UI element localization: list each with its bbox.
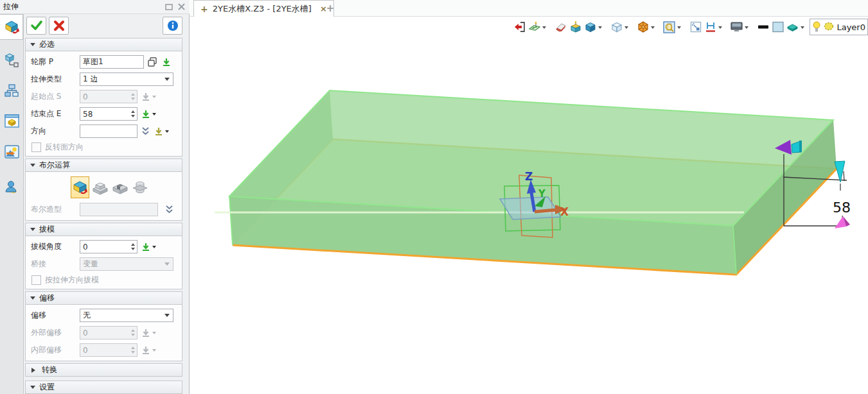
boolean-add-icon xyxy=(92,179,109,196)
user-icon xyxy=(4,178,20,196)
face-pull-icon[interactable] xyxy=(569,21,582,34)
inner-offset-label: 内部偏移 xyxy=(26,345,80,355)
offset-dropdown[interactable]: 无 xyxy=(80,309,173,322)
start-point-label: 起始点 S xyxy=(26,91,80,102)
sidebar-tab-view[interactable] xyxy=(0,109,23,135)
copy-profile-button[interactable] xyxy=(147,56,158,67)
chevron-down-icon xyxy=(164,78,170,83)
boolean-add-button[interactable] xyxy=(91,176,109,198)
x-axis-label: X xyxy=(560,205,569,218)
dimension-style-icon[interactable] xyxy=(704,21,717,34)
viewport[interactable]: Z Y X 58 xyxy=(190,17,868,394)
draft-by-direction-label: 按拉伸方向拔模 xyxy=(45,275,99,286)
section-title: 转换 xyxy=(42,364,57,375)
start-point-input xyxy=(80,90,137,103)
section-boolean-header[interactable]: 布尔运算 xyxy=(25,158,182,172)
shaded-cube-icon[interactable] xyxy=(583,21,597,34)
profile-row: 轮廓 P xyxy=(26,53,179,71)
spinner-icon[interactable] xyxy=(131,243,137,250)
chevron-down-icon[interactable] xyxy=(651,26,655,31)
chevron-down-icon[interactable] xyxy=(598,26,602,31)
direction-pick-button[interactable] xyxy=(154,126,164,137)
datum-plane-icon[interactable] xyxy=(527,21,541,34)
sidebar-tab-render[interactable] xyxy=(0,140,23,166)
zoom-scene-icon[interactable] xyxy=(662,21,676,34)
chevron-down-icon[interactable] xyxy=(745,26,748,31)
spinner-icon[interactable] xyxy=(131,110,137,117)
sidebar-tab-extrude[interactable] xyxy=(0,14,23,40)
expand-options-button[interactable] xyxy=(164,205,174,214)
section-wheel-icon[interactable] xyxy=(636,21,650,34)
extrude-type-dropdown[interactable]: 1 边 xyxy=(80,73,173,86)
boolean-remove-button[interactable] xyxy=(111,176,129,198)
chevron-down-icon[interactable] xyxy=(152,113,156,117)
chevron-down-icon[interactable] xyxy=(165,130,169,135)
exit-icon[interactable] xyxy=(513,21,526,34)
end-point-input[interactable] xyxy=(80,107,137,121)
section-settings-header[interactable]: 设置 xyxy=(25,381,182,394)
ok-button[interactable] xyxy=(26,17,46,35)
monitor-icon[interactable] xyxy=(730,21,743,34)
draft-angle-input[interactable] xyxy=(80,240,137,253)
section-title: 拔模 xyxy=(39,224,55,235)
y-axis-label: Y xyxy=(538,188,546,200)
spinner-icon xyxy=(131,93,137,100)
chevron-down-icon[interactable] xyxy=(542,26,546,31)
chevron-down-icon[interactable] xyxy=(801,26,804,31)
expand-options-button[interactable] xyxy=(141,126,150,136)
info-button[interactable] xyxy=(163,17,182,35)
extrude-command-icon xyxy=(3,18,20,37)
end-point-row: 结束点 E xyxy=(26,105,179,123)
section-required-header[interactable]: 必选 xyxy=(25,38,182,51)
profile-label: 轮廓 P xyxy=(26,56,80,67)
document-tab[interactable]: + 2YE水槽X.Z3 - [2YE水槽] × xyxy=(193,0,334,17)
panel-restore-icon[interactable] xyxy=(165,3,173,10)
sidebar-tab-user[interactable] xyxy=(0,175,23,200)
sidebar-tab-hierarchy[interactable] xyxy=(0,78,23,104)
flip-face-checkbox xyxy=(31,142,41,152)
cancel-button[interactable] xyxy=(49,17,69,35)
background-color-icon[interactable] xyxy=(771,21,784,34)
extrude-type-label: 拉伸类型 xyxy=(26,74,80,85)
panel-close-icon[interactable] xyxy=(177,3,186,10)
new-tab-button[interactable]: + xyxy=(323,2,337,15)
section-settings: 设置 xyxy=(25,381,182,394)
scene-canvas[interactable]: Z Y X 58 xyxy=(190,17,868,394)
inner-offset-row: 内部偏移 xyxy=(26,341,179,359)
section-offset-header[interactable]: 偏移 xyxy=(25,291,182,305)
command-panel-titlebar: 拉伸 xyxy=(0,0,190,14)
info-icon xyxy=(172,22,173,24)
section-title: 设置 xyxy=(39,382,55,393)
panel-action-row xyxy=(24,14,189,36)
profile-pick-button[interactable] xyxy=(161,57,172,67)
chevron-down-icon[interactable] xyxy=(677,26,681,31)
side-tab-strip xyxy=(0,14,24,394)
fit-view-icon[interactable] xyxy=(689,21,702,34)
collapse-icon xyxy=(30,296,35,302)
collapse-icon xyxy=(30,43,35,49)
eraser-icon[interactable] xyxy=(554,21,567,34)
layer-control[interactable]: Layer0 xyxy=(810,19,868,35)
boolean-buttons xyxy=(26,174,179,201)
wireframe-cube-icon[interactable] xyxy=(610,21,623,34)
profile-input[interactable] xyxy=(80,55,144,69)
collapse-icon xyxy=(30,386,35,391)
chevron-down-icon[interactable] xyxy=(624,26,628,31)
double-chevron-icon xyxy=(143,132,148,134)
sidebar-tab-reference[interactable] xyxy=(0,47,23,73)
outer-offset-row: 外部偏移 xyxy=(26,324,179,341)
boolean-base-button[interactable] xyxy=(71,176,89,198)
chevron-down-icon[interactable] xyxy=(718,26,722,31)
draft-pick-button[interactable] xyxy=(141,242,151,252)
direction-input[interactable] xyxy=(80,124,137,138)
boolean-remove-icon xyxy=(112,179,128,196)
boolean-intersect-button[interactable] xyxy=(130,176,149,198)
chevron-down-icon[interactable] xyxy=(152,246,156,250)
end-pick-button[interactable] xyxy=(141,109,151,119)
bulb-icon[interactable] xyxy=(812,21,821,34)
layer-shape-icon[interactable] xyxy=(823,21,835,33)
section-draft-header[interactable]: 拔模 xyxy=(25,223,182,236)
layers-icon[interactable] xyxy=(786,21,799,34)
section-transform-header[interactable]: 转换 xyxy=(25,363,182,377)
line-width-icon[interactable] xyxy=(756,21,770,34)
